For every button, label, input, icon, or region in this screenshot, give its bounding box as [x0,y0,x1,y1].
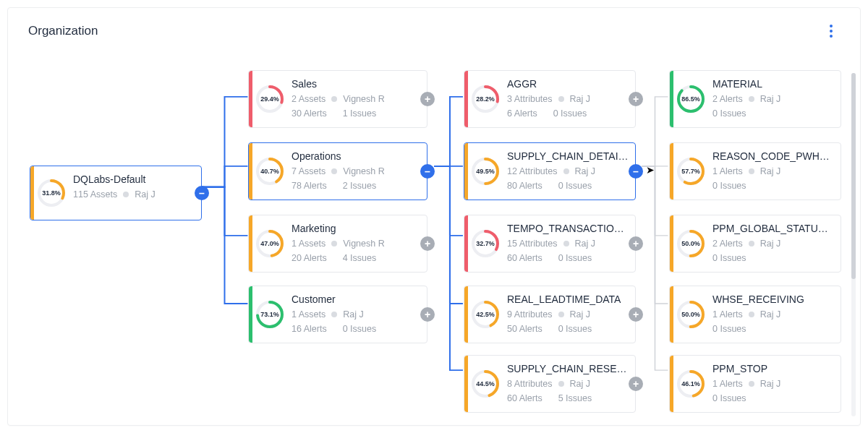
node-issues: 0 Issues [712,181,746,191]
node-assets: 9 Attributes [507,309,553,320]
status-dot-icon [558,96,564,102]
hierarchy-canvas[interactable]: 31.8% DQLabs-Default 115 Assets Raj J – … [8,43,860,425]
node-alerts: 16 Alerts [292,324,327,334]
expand-button[interactable]: + [629,377,643,391]
minus-icon: – [425,166,430,176]
minus-icon: – [199,188,205,198]
collapse-root-button[interactable]: – [195,186,209,200]
expand-button[interactable]: – [629,164,643,179]
gauge: 40.7% [252,143,287,200]
plus-icon: + [425,309,430,320]
node-card[interactable]: 28.2% AGGR 3 AttributesRaj J 6 Alerts0 I… [464,70,636,128]
expand-button[interactable]: + [629,236,643,251]
node-card[interactable]: 40.7% Operations 7 AssetsVignesh R 78 Al… [248,142,427,200]
scrollbar[interactable] [851,73,856,416]
expand-button[interactable]: + [629,307,643,322]
gauge: 50.0% [673,215,708,272]
gauge: 31.8% [34,166,69,220]
gauge: 28.2% [468,71,503,127]
node-issues: 5 Issues [558,393,592,403]
node-assets: 115 Assets [73,189,117,200]
node-issues: 0 Issues [712,324,746,334]
node-alerts: 80 Alerts [507,181,542,191]
node-card[interactable]: 57.7% REASON_CODE_PWH_S2 1 AlertsRaj J 0… [669,142,841,200]
node-issues: 2 Issues [343,181,377,191]
node-owner: Raj J [760,309,780,320]
gauge: 86.5% [673,71,708,127]
node-owner: Raj J [760,166,780,176]
node-title: PPM_STOP [712,363,835,374]
node-title: Marketing [292,223,421,234]
gauge: 73.1% [252,286,287,343]
panel-header: Organization [8,8,860,46]
plus-icon: + [633,239,639,249]
node-owner: Raj J [570,379,590,389]
node-card[interactable]: 47.0% Marketing 1 AssetsVignesh R 20 Ale… [248,215,427,273]
node-alerts: 78 Alerts [292,181,327,191]
status-dot-icon [749,168,754,174]
node-title: PPM_GLOBAL_STATUS_PPM [712,223,835,234]
expand-button[interactable]: + [420,307,435,322]
node-alerts: 1 Alerts [712,379,743,389]
node-card[interactable]: 44.5% SUPPLY_CHAIN_RESERVED... 8 Attribu… [464,355,636,413]
node-issues: 1 Issues [343,108,377,119]
node-title: REAL_LEADTIME_DATA [507,293,629,305]
expand-button[interactable]: + [629,92,643,106]
status-dot-icon [558,381,564,387]
node-card[interactable]: 86.5% MATERIAL 2 AlertsRaj J 0 Issues [669,70,841,128]
node-alerts: 6 Alerts [507,108,537,119]
expand-button[interactable]: + [420,236,435,251]
node-assets: 1 Assets [292,239,326,249]
status-dot-icon [749,96,754,102]
node-owner: Raj J [135,189,155,200]
expand-button[interactable]: + [420,92,435,106]
node-alerts: 60 Alerts [507,253,542,263]
status-dot-icon [331,96,337,102]
node-issues: 0 Issues [558,324,592,334]
node-alerts: 50 Alerts [507,324,542,334]
gauge: 42.5% [468,286,503,343]
node-owner: Vignesh R [343,166,384,176]
status-dot-icon [123,192,129,197]
node-alerts: 2 Alerts [712,94,743,104]
node-card[interactable]: 32.7% TEMPO_TRANSACTION_RE... 15 Attribu… [464,215,636,273]
plus-icon: + [425,239,430,249]
node-owner: Raj J [760,379,780,389]
node-card[interactable]: 49.5% SUPPLY_CHAIN_DETAILS 12 Attributes… [464,142,636,200]
gauge: 29.4% [252,71,287,127]
node-owner: Raj J [343,309,363,320]
gauge: 50.0% [673,286,708,343]
gauge: 57.7% [673,143,708,200]
status-dot-icon [331,312,337,317]
node-card[interactable]: 29.4% Sales 2 AssetsVignesh R 30 Alerts1… [248,70,427,128]
node-assets: 3 Attributes [507,94,553,104]
node-owner: Raj J [575,239,595,249]
expand-button[interactable]: – [420,164,435,179]
status-dot-icon [331,241,337,246]
node-assets: 1 Assets [292,309,326,320]
node-card[interactable]: 42.5% REAL_LEADTIME_DATA 9 AttributesRaj… [464,286,636,343]
node-card[interactable]: 46.1% PPM_STOP 1 AlertsRaj J 0 Issues [669,355,841,413]
panel-title: Organization [28,24,98,38]
node-owner: Raj J [760,94,780,104]
node-assets: 12 Attributes [507,166,558,176]
node-title: WHSE_RECEIVING [712,293,835,305]
status-dot-icon [749,381,754,387]
node-title: SUPPLY_CHAIN_RESERVED... [507,363,629,374]
status-dot-icon [749,241,754,246]
node-card[interactable]: 50.0% PPM_GLOBAL_STATUS_PPM 2 AlertsRaj … [669,215,841,273]
node-title: SUPPLY_CHAIN_DETAILS [507,150,629,162]
node-card[interactable]: 73.1% Customer 1 AssetsRaj J 16 Alerts0 … [248,286,427,343]
gauge: 32.7% [468,215,503,272]
node-owner: Raj J [575,166,595,176]
node-card[interactable]: 50.0% WHSE_RECEIVING 1 AlertsRaj J 0 Iss… [669,286,841,343]
node-owner: Raj J [570,309,590,320]
node-title: Operations [292,150,421,162]
node-owner: Vignesh R [343,239,384,249]
panel-menu-button[interactable] [822,22,840,40]
node-owner: Raj J [570,94,590,104]
scrollbar-thumb[interactable] [851,73,856,279]
node-issues: 4 Issues [343,253,377,263]
node-issues: 0 Issues [712,108,746,119]
node-root[interactable]: 31.8% DQLabs-Default 115 Assets Raj J [30,166,202,220]
